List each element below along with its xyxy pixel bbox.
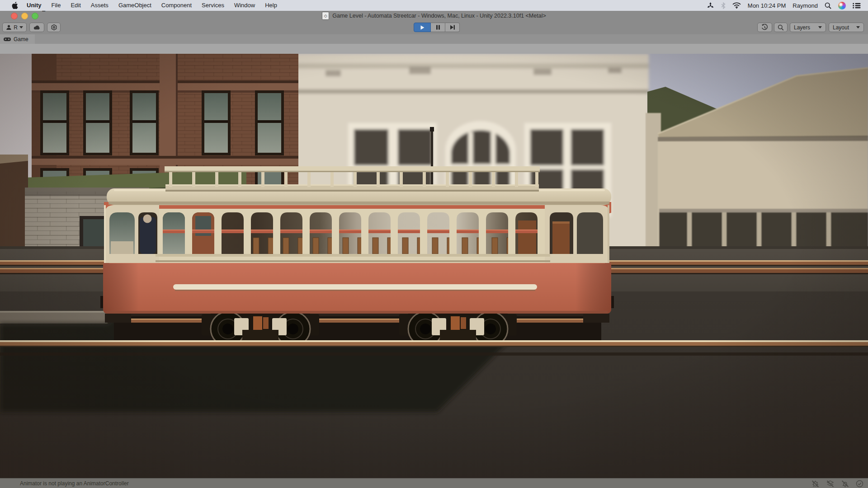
account-initial: R bbox=[14, 24, 18, 31]
gamepad-icon bbox=[4, 37, 11, 42]
menu-edit[interactable]: Edit bbox=[66, 0, 85, 11]
menu-component[interactable]: Component bbox=[156, 0, 197, 11]
play-button[interactable] bbox=[414, 23, 431, 32]
chevron-down-icon bbox=[19, 26, 23, 28]
search-icon bbox=[778, 24, 784, 31]
menubar-clock[interactable]: Mon 10:24 PM bbox=[748, 2, 786, 9]
person-icon bbox=[6, 24, 12, 30]
account-dropdown-button[interactable]: R bbox=[2, 23, 27, 32]
cache-layers-disabled-icon[interactable] bbox=[826, 480, 835, 488]
cloud-icon bbox=[33, 25, 41, 30]
wifi-icon[interactable] bbox=[732, 1, 741, 10]
menubar-user[interactable]: Raymond bbox=[793, 2, 818, 9]
siri-icon[interactable] bbox=[838, 1, 846, 10]
macos-menu-bar: Unity File Edit Assets GameObject Compon… bbox=[0, 0, 868, 11]
menu-file[interactable]: File bbox=[47, 0, 66, 11]
pause-icon bbox=[436, 25, 440, 30]
gear-icon bbox=[51, 24, 57, 31]
layers-label: Layers bbox=[794, 24, 810, 31]
history-icon bbox=[761, 24, 768, 31]
control-center-list-icon[interactable] bbox=[853, 1, 861, 10]
pause-button[interactable] bbox=[431, 23, 445, 32]
game-viewport[interactable] bbox=[0, 54, 868, 478]
bluetooth-icon[interactable] bbox=[721, 1, 726, 10]
toolbar-search-button[interactable] bbox=[774, 23, 788, 32]
streetcar-scene bbox=[0, 54, 868, 478]
unity-project-doc-icon: ◇ bbox=[322, 12, 329, 20]
step-icon bbox=[450, 25, 455, 30]
unity-status-bar[interactable]: Animator is not playing an AnimatorContr… bbox=[0, 478, 868, 488]
menu-unity[interactable]: Unity bbox=[22, 0, 47, 11]
menu-gameobject[interactable]: GameObject bbox=[113, 0, 156, 11]
window-title: Game Level - Automata Streetcar - Window… bbox=[332, 13, 546, 19]
layout-dropdown[interactable]: Layout bbox=[829, 23, 864, 32]
notifications-disabled-icon[interactable] bbox=[841, 480, 849, 488]
tab-game[interactable]: Game bbox=[0, 34, 35, 44]
chevron-down-icon bbox=[856, 26, 860, 28]
chevron-down-icon bbox=[818, 26, 822, 28]
spotlight-search-icon[interactable] bbox=[825, 1, 831, 10]
settings-hub-button[interactable] bbox=[47, 23, 61, 32]
window-title-area: ◇ Game Level - Automata Streetcar - Wind… bbox=[0, 11, 868, 21]
scene-vignette bbox=[0, 54, 868, 478]
menu-services[interactable]: Services bbox=[197, 0, 229, 11]
menu-window[interactable]: Window bbox=[229, 0, 260, 11]
tab-game-label: Game bbox=[14, 36, 28, 42]
unity-hub-status-icon[interactable] bbox=[707, 1, 714, 10]
debugger-disabled-icon[interactable] bbox=[811, 480, 820, 488]
menu-assets[interactable]: Assets bbox=[86, 0, 113, 11]
status-message[interactable]: Animator is not playing an AnimatorContr… bbox=[20, 480, 129, 487]
step-button[interactable] bbox=[445, 23, 460, 32]
menu-help[interactable]: Help bbox=[260, 0, 282, 11]
game-view-controls bbox=[0, 44, 868, 54]
undo-history-button[interactable] bbox=[757, 23, 772, 32]
layers-dropdown[interactable]: Layers bbox=[790, 23, 826, 32]
layout-label: Layout bbox=[833, 24, 849, 31]
background-tasks-icon[interactable] bbox=[856, 480, 863, 488]
tab-row bbox=[0, 34, 868, 44]
cloud-services-button[interactable] bbox=[29, 23, 44, 32]
apple-menu-icon[interactable] bbox=[8, 1, 22, 10]
play-icon bbox=[420, 25, 425, 30]
